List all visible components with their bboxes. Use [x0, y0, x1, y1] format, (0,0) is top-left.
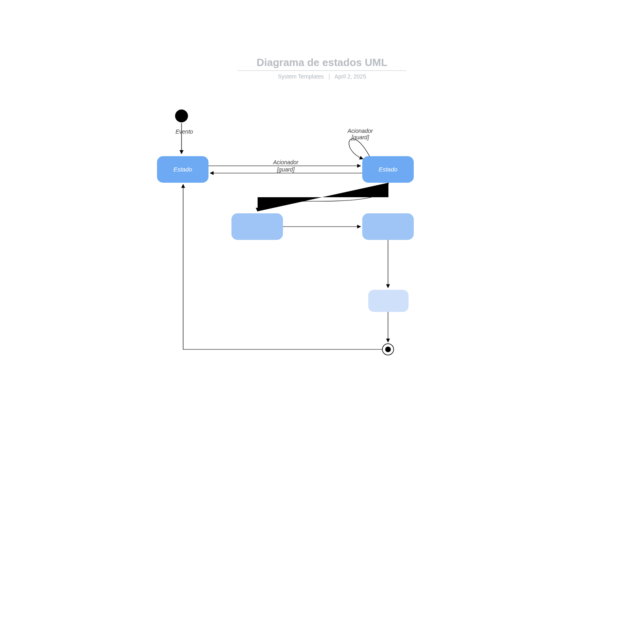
final-state-inner	[385, 347, 391, 352]
state-label-right: Estado	[379, 166, 398, 173]
transition-label-acionador-mid: Acionador	[272, 159, 299, 165]
state-box-mid-left[interactable]	[231, 213, 283, 240]
transition-label-guard-loop: [guard]	[351, 134, 369, 140]
transition-final-to-left[interactable]	[183, 184, 382, 349]
state-diagram-canvas: Evento Estado Estado Acionador [guard] A…	[0, 0, 644, 644]
transition-label-acionador-loop: Acionador	[347, 128, 373, 134]
state-box-mid-right[interactable]	[362, 213, 414, 240]
state-label-left: Estado	[173, 166, 192, 173]
initial-state-icon[interactable]	[175, 109, 188, 122]
transition-label-guard-mid: [guard]	[277, 166, 295, 173]
transition-label-evento: Evento	[175, 128, 193, 135]
transition-self-loop[interactable]	[349, 139, 369, 159]
state-box-pale[interactable]	[368, 290, 409, 312]
